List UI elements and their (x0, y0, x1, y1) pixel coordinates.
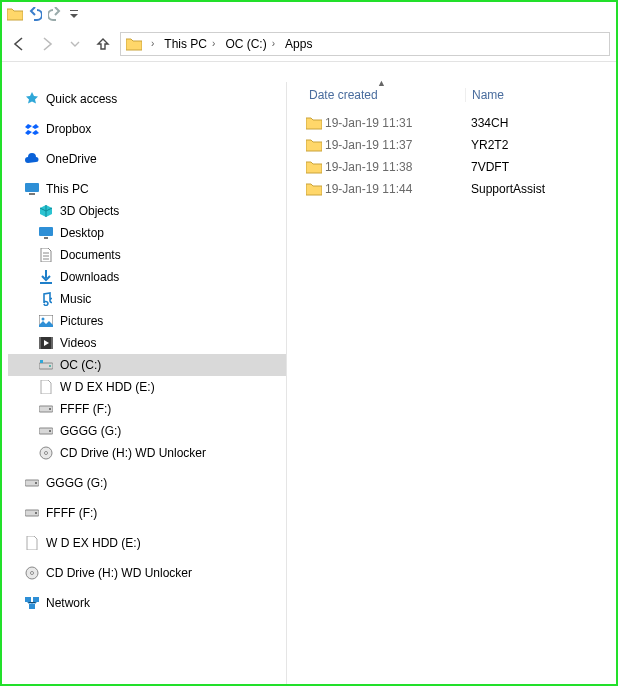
file-name: YR2T2 (465, 138, 616, 152)
drive-icon (38, 423, 54, 439)
nav-drive-f[interactable]: FFFF (F:) (8, 398, 286, 420)
nav-drive-g[interactable]: GGGG (G:) (8, 420, 286, 442)
pc-icon (24, 181, 40, 197)
breadcrumb-label: This PC (164, 37, 207, 51)
svg-point-25 (31, 572, 34, 575)
back-button[interactable] (8, 32, 30, 56)
nav-drive-e[interactable]: W D EX HDD (E:) (8, 376, 286, 398)
nav-cd-h2[interactable]: CD Drive (H:) WD Unlocker (8, 562, 286, 584)
cube-icon (38, 203, 54, 219)
nav-music[interactable]: Music (8, 288, 286, 310)
nav-label: GGGG (G:) (46, 476, 107, 490)
nav-label: Pictures (60, 314, 103, 328)
column-headers: ▲ Date created Name (287, 82, 616, 108)
svg-rect-28 (29, 604, 35, 609)
nav-drive-f2[interactable]: FFFF (F:) (8, 502, 286, 524)
drive-icon (38, 401, 54, 417)
breadcrumb-segment[interactable]: › (145, 36, 158, 51)
nav-label: This PC (46, 182, 89, 196)
nav-label: Dropbox (46, 122, 91, 136)
music-icon (38, 291, 54, 307)
svg-rect-0 (70, 10, 78, 11)
svg-point-19 (45, 452, 48, 455)
breadcrumb-segment[interactable]: This PC › (160, 35, 219, 53)
folder-icon (6, 5, 24, 23)
breadcrumb-label: Apps (285, 37, 312, 51)
nav-label: CD Drive (H:) WD Unlocker (46, 566, 192, 580)
chevron-right-icon: › (212, 38, 215, 49)
navigation-pane: Quick access Dropbox OneDrive This PC 3D… (2, 82, 287, 684)
nav-onedrive[interactable]: OneDrive (8, 148, 286, 170)
nav-pictures[interactable]: Pictures (8, 310, 286, 332)
svg-rect-10 (51, 337, 53, 349)
nav-documents[interactable]: Documents (8, 244, 286, 266)
column-header-date[interactable]: Date created (305, 88, 465, 102)
forward-button[interactable] (36, 32, 58, 56)
folder-icon (125, 35, 143, 53)
nav-label: Documents (60, 248, 121, 262)
address-bar: › This PC › OC (C:) › Apps (2, 26, 616, 62)
recent-dropdown-icon[interactable] (64, 32, 86, 56)
nav-label: Videos (60, 336, 96, 350)
column-header-name[interactable]: Name (465, 88, 616, 102)
nav-3d-objects[interactable]: 3D Objects (8, 200, 286, 222)
nav-dropbox[interactable]: Dropbox (8, 118, 286, 140)
file-name: 334CH (465, 116, 616, 130)
nav-label: OneDrive (46, 152, 97, 166)
dropbox-icon (24, 121, 40, 137)
svg-point-23 (35, 512, 37, 514)
svg-point-7 (42, 318, 45, 321)
nav-desktop[interactable]: Desktop (8, 222, 286, 244)
nav-cd-h[interactable]: CD Drive (H:) WD Unlocker (8, 442, 286, 464)
file-date: 19-Jan-19 11:38 (325, 160, 465, 174)
folder-icon (305, 114, 323, 132)
drive-icon (24, 505, 40, 521)
nav-label: FFFF (F:) (46, 506, 97, 520)
nav-quick-access[interactable]: Quick access (8, 88, 286, 110)
up-button[interactable] (92, 32, 114, 56)
nav-label: FFFF (F:) (60, 402, 111, 416)
folder-icon (305, 158, 323, 176)
nav-label: GGGG (G:) (60, 424, 121, 438)
svg-point-15 (49, 408, 51, 410)
file-row[interactable]: 19-Jan-19 11:37YR2T2 (287, 134, 616, 156)
file-name: SupportAssist (465, 182, 616, 196)
nav-drive-e2[interactable]: W D EX HDD (E:) (8, 532, 286, 554)
undo-icon[interactable] (26, 5, 44, 23)
nav-drive-c[interactable]: OC (C:) (8, 354, 286, 376)
nav-this-pc[interactable]: This PC (8, 178, 286, 200)
nav-label: 3D Objects (60, 204, 119, 218)
file-date: 19-Jan-19 11:31 (325, 116, 465, 130)
file-date: 19-Jan-19 11:44 (325, 182, 465, 196)
download-icon (38, 269, 54, 285)
svg-point-17 (49, 430, 51, 432)
drive-icon (38, 357, 54, 373)
svg-rect-26 (25, 597, 31, 602)
svg-point-21 (35, 482, 37, 484)
redo-icon[interactable] (46, 5, 64, 23)
folder-icon (305, 136, 323, 154)
nav-drive-g2[interactable]: GGGG (G:) (8, 472, 286, 494)
nav-label: Network (46, 596, 90, 610)
file-row[interactable]: 19-Jan-19 11:31334CH (287, 112, 616, 134)
nav-videos[interactable]: Videos (8, 332, 286, 354)
breadcrumb-segment[interactable]: Apps (281, 35, 316, 53)
desktop-icon (38, 225, 54, 241)
qat-dropdown-icon[interactable] (68, 8, 80, 20)
breadcrumb[interactable]: › This PC › OC (C:) › Apps (120, 32, 610, 56)
svg-rect-13 (40, 360, 43, 363)
disk-icon (38, 379, 54, 395)
svg-rect-3 (39, 227, 53, 236)
file-row[interactable]: 19-Jan-19 11:387VDFT (287, 156, 616, 178)
picture-icon (38, 313, 54, 329)
disc-icon (24, 565, 40, 581)
file-row[interactable]: 19-Jan-19 11:44SupportAssist (287, 178, 616, 200)
breadcrumb-segment[interactable]: OC (C:) › (221, 35, 279, 53)
breadcrumb-label: OC (C:) (225, 37, 266, 51)
nav-label: W D EX HDD (E:) (46, 536, 141, 550)
nav-network[interactable]: Network (8, 592, 286, 614)
nav-label: W D EX HDD (E:) (60, 380, 155, 394)
svg-rect-5 (40, 282, 52, 284)
nav-downloads[interactable]: Downloads (8, 266, 286, 288)
quick-access-toolbar (2, 2, 616, 26)
